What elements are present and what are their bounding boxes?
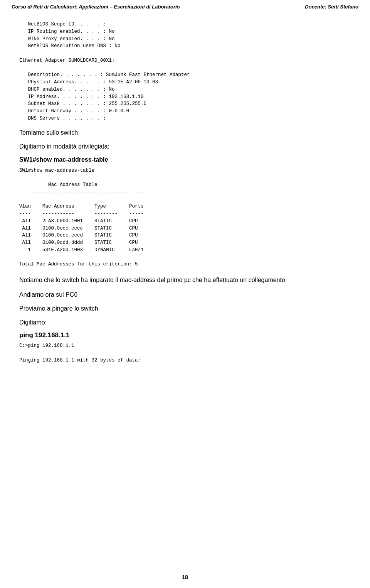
heading-modalita: Digitiamo in modalità privilegiata: [19,143,351,150]
network-config-code: NetBIOS Scope ID. . . . . : IP Routing e… [19,21,351,122]
heading-show-mac: SW1#show mac-address-table [19,156,351,163]
heading-notiamo: Notiamo che lo switch ha imparato il mac… [19,277,351,284]
header-left-title: Corso di Reti di Calcolatori: Applicazio… [12,4,180,10]
header-right-title: Docente: Setti Stefano [305,4,358,10]
page-footer: 18 [0,574,370,580]
ping-output-code: C:>ping 192.168.1.1 Pinging 192.168.1.1 … [19,342,351,364]
heading-switch: Torniamo sullo switch [19,129,351,136]
ping-command-label: ping 192.168.1.1 [19,331,351,339]
heading-digitiamo: Digitiamo: [19,319,351,326]
page-number: 18 [182,574,188,580]
mac-address-table-code: SW1#show mac-address-table Mac Address T… [19,167,351,269]
page-header: Corso di Reti di Calcolatori: Applicazio… [0,0,370,13]
heading-proviamo: Proviamo a pingare lo switch [19,305,351,312]
page-content: NetBIOS Scope ID. . . . . : IP Routing e… [0,21,370,391]
heading-andiamo: Andiamo ora sul PC6 [19,291,351,298]
